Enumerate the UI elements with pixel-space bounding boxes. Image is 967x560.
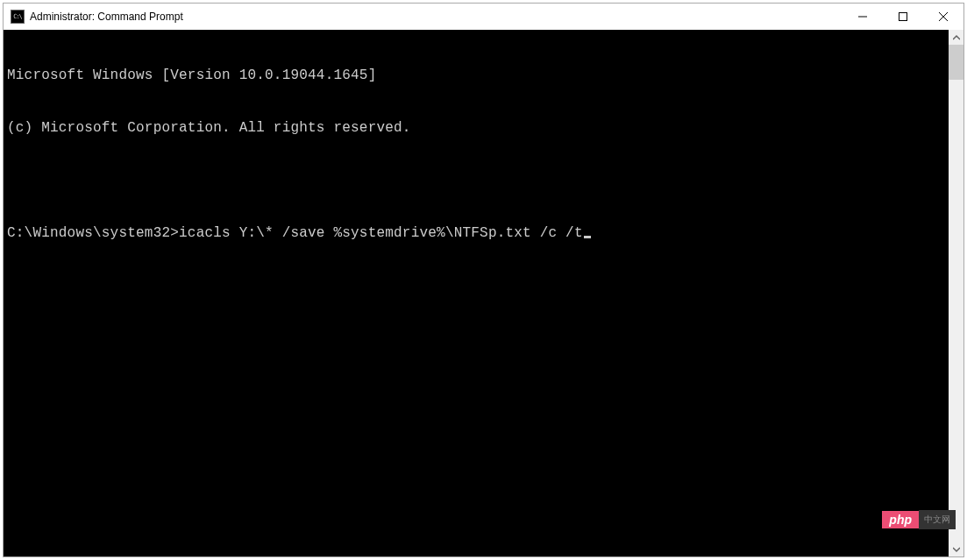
svg-rect-1	[899, 13, 907, 21]
close-button[interactable]	[923, 4, 963, 30]
minimize-button[interactable]	[843, 4, 883, 30]
terminal-blank	[7, 172, 945, 189]
terminal-wrapper: Microsoft Windows [Version 10.0.19044.16…	[4, 30, 963, 556]
watermark-left: php	[882, 511, 919, 528]
scroll-down-button[interactable]	[949, 542, 963, 556]
terminal-command: icacls Y:\* /save %systemdrive%\NTFSp.tx…	[179, 224, 583, 242]
window-controls	[843, 4, 963, 30]
terminal-prompt: C:\Windows\system32>	[7, 224, 179, 242]
scrollbar[interactable]	[949, 30, 963, 556]
chevron-up-icon	[953, 34, 960, 41]
close-icon	[939, 12, 948, 21]
watermark-right: 中文网	[919, 510, 956, 529]
chevron-down-icon	[953, 546, 960, 553]
maximize-icon	[899, 12, 907, 21]
titlebar[interactable]: C:\ Administrator: Command Prompt	[4, 4, 963, 30]
scroll-up-button[interactable]	[949, 30, 963, 45]
window-title: Administrator: Command Prompt	[30, 11, 843, 23]
cmd-window: C:\ Administrator: Command Prompt Micros…	[3, 3, 964, 557]
watermark: php 中文网	[882, 510, 956, 529]
scroll-thumb[interactable]	[949, 45, 963, 80]
terminal[interactable]: Microsoft Windows [Version 10.0.19044.16…	[4, 30, 949, 556]
cmd-icon-glyph: C:\	[13, 14, 22, 20]
terminal-header-2: (c) Microsoft Corporation. All rights re…	[7, 119, 945, 137]
terminal-cursor	[584, 236, 591, 238]
minimize-icon	[858, 12, 867, 21]
terminal-header-1: Microsoft Windows [Version 10.0.19044.16…	[7, 67, 945, 84]
maximize-button[interactable]	[883, 4, 923, 30]
terminal-prompt-line: C:\Windows\system32>icacls Y:\* /save %s…	[7, 224, 945, 242]
cmd-icon: C:\	[11, 10, 25, 24]
